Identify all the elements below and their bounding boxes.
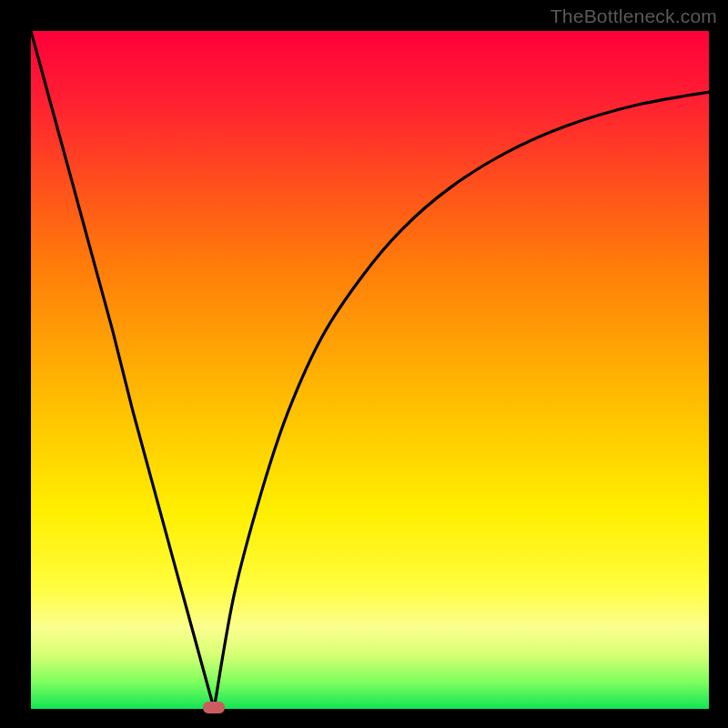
curve-right — [214, 92, 709, 709]
curve-left — [31, 31, 214, 709]
minimum-marker — [203, 702, 225, 713]
curve-svg — [31, 31, 709, 709]
plot-area — [31, 31, 709, 709]
source-credit: TheBottleneck.com — [551, 5, 717, 27]
chart-frame: TheBottleneck.com — [0, 0, 728, 728]
